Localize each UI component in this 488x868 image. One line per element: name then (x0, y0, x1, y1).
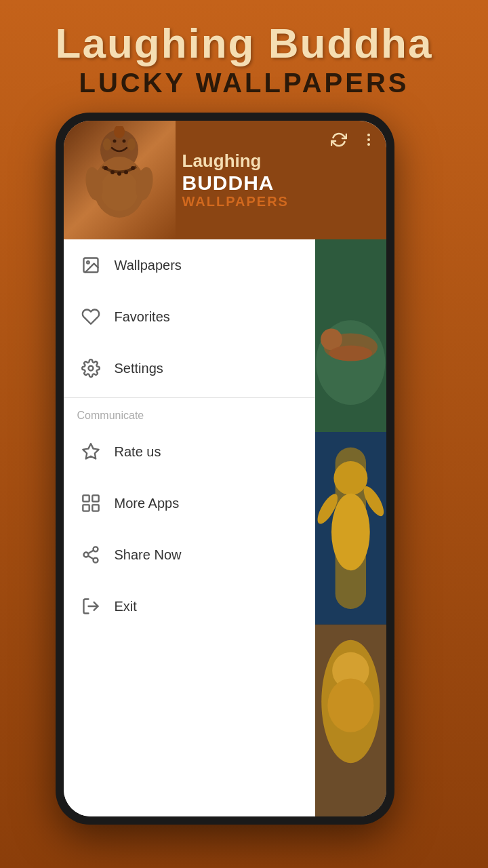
star-svg (81, 442, 100, 461)
menu-item-exit[interactable]: Exit (64, 580, 315, 632)
svg-point-37 (329, 346, 372, 361)
settings-icon (77, 355, 104, 382)
svg-point-13 (113, 139, 117, 142)
menu-item-favorites[interactable]: Favorites (64, 291, 315, 342)
header-text: Laughing BUDDHA WALLPAPERS (176, 140, 386, 220)
refresh-icon[interactable] (327, 127, 351, 152)
share-now-label: Share Now (115, 547, 182, 563)
buddha-illustration (75, 126, 163, 235)
menu-item-settings[interactable]: Settings (64, 342, 315, 394)
svg-rect-24 (92, 496, 98, 502)
more-apps-label: More Apps (115, 496, 180, 511)
wallpaper-thumb-3 (315, 625, 386, 817)
svg-point-40 (333, 461, 367, 495)
exit-svg (81, 597, 100, 616)
header-buddha-image (64, 121, 176, 239)
wallpapers-label: Wallpapers (115, 258, 182, 273)
exit-label: Exit (115, 599, 137, 614)
wallpaper-column (315, 239, 386, 816)
header-action-icons (327, 127, 381, 152)
header-buddha: BUDDHA (182, 172, 380, 194)
svg-point-2 (103, 138, 111, 151)
wallpaper-thumb-1 (315, 239, 386, 432)
settings-label: Settings (115, 361, 163, 376)
svg-point-7 (110, 170, 115, 174)
refresh-svg (331, 132, 347, 148)
image-svg (81, 256, 100, 275)
header-laughing: Laughing (182, 151, 380, 172)
svg-rect-26 (92, 505, 98, 511)
svg-point-5 (100, 170, 138, 211)
svg-rect-25 (83, 505, 89, 511)
phone-inner: Laughing BUDDHA WALLPAPERS (64, 121, 386, 816)
svg-point-9 (124, 170, 128, 174)
heart-svg (81, 307, 100, 326)
favorites-icon (77, 303, 104, 330)
page-background: Laughing Buddha LUCKY WALLPAPERS (56, 0, 433, 825)
navigation-drawer: Wallpapers Favorites (64, 239, 315, 816)
svg-line-31 (88, 551, 94, 554)
svg-point-14 (123, 139, 126, 142)
share-icon (77, 541, 104, 568)
svg-point-3 (127, 138, 136, 151)
svg-point-6 (104, 166, 108, 170)
apps-svg (81, 494, 100, 513)
menu-item-wallpapers[interactable]: Wallpapers (64, 239, 315, 291)
menu-item-share-now[interactable]: Share Now (64, 529, 315, 580)
wallpaper-thumb-2 (315, 432, 386, 625)
svg-point-16 (367, 134, 370, 136)
header-wallpapers: WALLPAPERS (182, 194, 380, 210)
phone-frame: Laughing BUDDHA WALLPAPERS (56, 113, 394, 825)
svg-marker-22 (83, 444, 98, 459)
title-line2: LUCKY WALLPAPERS (56, 66, 433, 99)
favorites-label: Favorites (115, 309, 170, 325)
title-line1: Laughing Buddha (56, 20, 433, 66)
svg-point-17 (367, 138, 370, 141)
svg-line-30 (88, 556, 94, 559)
svg-point-8 (117, 172, 121, 176)
gear-svg (81, 359, 100, 378)
more-apps-icon (77, 490, 104, 517)
svg-point-41 (331, 494, 370, 570)
more-vertical-icon[interactable] (357, 127, 381, 152)
communicate-section-header: Communicate (64, 401, 315, 426)
more-dots-svg (361, 132, 377, 148)
svg-rect-23 (83, 496, 89, 502)
rate-us-label: Rate us (115, 444, 161, 460)
section-divider (64, 397, 315, 398)
svg-point-10 (131, 166, 135, 170)
menu-item-rate-us[interactable]: Rate us (64, 426, 315, 477)
share-svg (81, 545, 100, 564)
menu-item-more-apps[interactable]: More Apps (64, 477, 315, 529)
app-header: Laughing BUDDHA WALLPAPERS (64, 121, 386, 239)
svg-point-21 (88, 366, 93, 371)
rate-us-icon (77, 438, 104, 465)
svg-point-20 (87, 261, 89, 264)
svg-point-47 (327, 678, 373, 732)
wallpapers-icon (77, 252, 104, 279)
top-title-area: Laughing Buddha LUCKY WALLPAPERS (56, 0, 433, 113)
exit-icon (77, 593, 104, 620)
svg-point-18 (367, 143, 370, 146)
